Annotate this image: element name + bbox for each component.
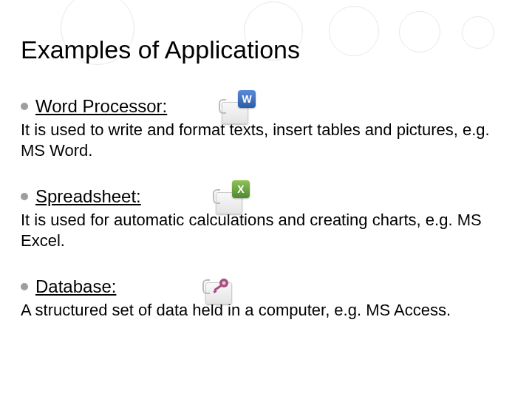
decorative-circle	[329, 6, 379, 56]
bullet-icon	[21, 283, 28, 290]
term-label: Database:	[35, 276, 116, 297]
section-spreadsheet: Spreadsheet: It is used for automatic ca…	[21, 186, 510, 250]
decorative-circle	[462, 16, 494, 49]
term-description: It is used to write and format texts, in…	[21, 120, 494, 160]
section-word-processor: Word Processor: It is used to write and …	[21, 96, 510, 160]
slide-title: Examples of Applications	[21, 35, 300, 64]
term-label: Spreadsheet:	[35, 186, 141, 207]
svg-point-1	[222, 282, 226, 285]
term-description: It is used for automatic calculations an…	[21, 210, 494, 250]
ms-excel-icon: X	[216, 180, 250, 214]
term-description: A structured set of data held in a compu…	[21, 300, 494, 321]
decorative-circle	[399, 11, 440, 52]
bullet-icon	[21, 103, 28, 110]
ms-word-icon: W	[222, 90, 256, 124]
section-database: Database: A structured set of data held …	[21, 276, 510, 321]
icon-letter: X	[237, 183, 244, 195]
term-label: Word Processor:	[35, 96, 167, 117]
key-icon	[211, 276, 231, 296]
bullet-icon	[21, 193, 28, 200]
ms-access-icon	[205, 270, 239, 304]
icon-letter: W	[242, 93, 251, 105]
